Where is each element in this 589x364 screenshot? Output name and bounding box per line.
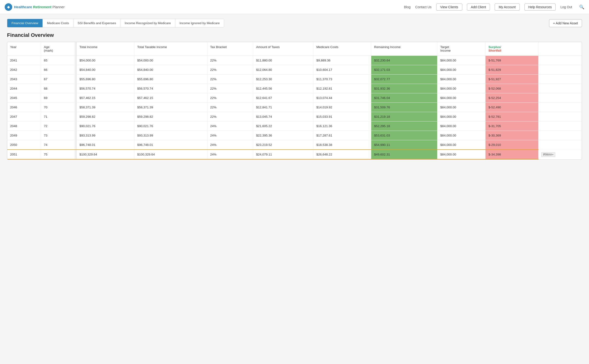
tabs-container: Financial Overview Medicare Costs SSI Be…: [7, 19, 224, 27]
cell-total_income: $54,000.00: [77, 56, 134, 65]
cell-amount_taxes: $21,605.22: [253, 122, 314, 131]
nav-logout[interactable]: Log Out: [560, 5, 572, 9]
table-row: 205074$96,748.01$96,748.0124%$23,219.52$…: [7, 140, 582, 150]
cell-age: 69: [41, 93, 75, 103]
cell-remaining_income: $54,990.11: [371, 140, 437, 150]
cell-target_income: $84,000.00: [437, 56, 485, 65]
cell-note: [538, 122, 582, 131]
cell-total_taxable: $93,313.99: [134, 131, 207, 140]
table-row: 204165$54,000.00$54,000.0022%$11,880.00$…: [7, 56, 582, 65]
irmaa-badge: IRMAA+: [541, 152, 555, 157]
cell-remaining_income: $53,631.03: [371, 131, 437, 140]
cell-age: 73: [41, 131, 75, 140]
cell-sep: [75, 75, 77, 84]
cell-total_income: $56,570.74: [77, 84, 134, 93]
tab-income-recognized[interactable]: Income Recognized by Medicare: [120, 19, 175, 27]
cell-sep: [75, 140, 77, 150]
cell-year: 2047: [7, 112, 41, 122]
cell-age: 66: [41, 65, 75, 75]
cell-total_taxable: $100,329.64: [134, 150, 207, 159]
cell-surplus_shortfall: $-52,068: [485, 84, 538, 93]
cell-tax_bracket: 24%: [207, 140, 253, 150]
cell-total_taxable: $96,748.01: [134, 140, 207, 150]
main-nav: Blog Contact Us View Clients Add Client …: [404, 4, 584, 11]
cell-note: [538, 65, 582, 75]
col-header-total-income: Total Income: [77, 42, 134, 56]
my-account-button[interactable]: My Account: [495, 4, 520, 11]
cell-target_income: $84,000.00: [437, 131, 485, 140]
col-header-tax-bracket: Tax Bracket: [207, 42, 253, 56]
cell-target_income: $84,000.00: [437, 65, 485, 75]
cell-medicare_costs: $14,019.92: [314, 103, 371, 112]
cell-year: 2044: [7, 84, 41, 93]
cell-surplus_shortfall: $-51,927: [485, 75, 538, 84]
logo-planner: Planner: [52, 5, 65, 9]
logo-text: Healthcare Retirement Planner: [14, 5, 65, 9]
table-row: 204872$90,021.76$90,021.7624%$21,605.22$…: [7, 122, 582, 131]
logo-icon: ◆: [5, 3, 12, 11]
cell-note: [538, 140, 582, 150]
table-header-row: Year Age(mark) Total Income Total Taxabl…: [7, 42, 582, 56]
tab-medicare-costs[interactable]: Medicare Costs: [43, 19, 73, 27]
cell-total_income: $54,840.00: [77, 65, 134, 75]
shortfall-label: Shortfall: [488, 49, 501, 52]
cell-tax_bracket: 22%: [207, 75, 253, 84]
cell-target_income: $84,000.00: [437, 103, 485, 112]
cell-age: 70: [41, 103, 75, 112]
cell-total_taxable: $54,840.00: [134, 65, 207, 75]
cell-total_income: $57,462.15: [77, 93, 134, 103]
col-header-age: Age(mark): [41, 42, 75, 56]
cell-surplus_shortfall: $-31,705: [485, 122, 538, 131]
cell-year: 2050: [7, 140, 41, 150]
help-resources-button[interactable]: Help Resources: [524, 4, 556, 11]
cell-amount_taxes: $24,079.11: [253, 150, 314, 159]
col-header-taxable-income: Total Taxable Income: [134, 42, 207, 56]
financial-table-container: Year Age(mark) Total Income Total Taxabl…: [7, 42, 582, 160]
cell-sep: [75, 131, 77, 140]
cell-amount_taxes: $22,395.36: [253, 131, 314, 140]
search-icon[interactable]: 🔍: [579, 5, 584, 10]
cell-total_taxable: $54,000.00: [134, 56, 207, 65]
cell-medicare_costs: $16,121.36: [314, 122, 371, 131]
view-clients-button[interactable]: View Clients: [436, 4, 462, 11]
tab-ssi-benefits[interactable]: SSI Benefits and Expenses: [73, 19, 121, 27]
cell-age: 67: [41, 75, 75, 84]
cell-medicare_costs: $26,648.22: [314, 150, 371, 159]
cell-target_income: $84,000.00: [437, 93, 485, 103]
table-row: 205175$100,329.64$100,329.6424%$24,079.1…: [7, 150, 582, 159]
cell-sep: [75, 103, 77, 112]
cell-note: [538, 93, 582, 103]
cell-amount_taxes: $12,641.67: [253, 93, 314, 103]
col-header-remaining-income: Remaining Income: [371, 42, 437, 56]
cell-sep: [75, 112, 77, 122]
add-new-asset-button[interactable]: + Add New Asset: [549, 19, 582, 27]
cell-target_income: $84,000.00: [437, 140, 485, 150]
cell-note: IRMAA+: [538, 150, 582, 159]
cell-tax_bracket: 24%: [207, 150, 253, 159]
cell-medicare_costs: $12,192.81: [314, 84, 371, 93]
cell-total_taxable: $55,696.80: [134, 75, 207, 84]
table-row: 204670$58,371.39$58,371.3922%$12,841.71$…: [7, 103, 582, 112]
cell-tax_bracket: 22%: [207, 56, 253, 65]
cell-tax_bracket: 22%: [207, 65, 253, 75]
tab-financial-overview[interactable]: Financial Overview: [7, 19, 43, 27]
cell-sep: [75, 93, 77, 103]
tab-income-ignored[interactable]: Income Ignored by Medicare: [175, 19, 224, 27]
cell-total_income: $100,329.64: [77, 150, 134, 159]
table-row: 204569$57,462.15$57,462.1522%$12,641.67$…: [7, 93, 582, 103]
cell-target_income: $84,000.00: [437, 150, 485, 159]
cell-amount_taxes: $13,045.74: [253, 112, 314, 122]
nav-contact[interactable]: Contact Us: [415, 5, 432, 9]
table-row: 204266$54,840.00$54,840.0022%$12,064.80$…: [7, 65, 582, 75]
add-client-button[interactable]: Add Client: [467, 4, 490, 11]
cell-total_income: $90,021.76: [77, 122, 134, 131]
col-header-surplus-shortfall: Surplus/ Shortfall: [485, 42, 538, 56]
cell-target_income: $84,000.00: [437, 112, 485, 122]
nav-blog[interactable]: Blog: [404, 5, 411, 9]
cell-total_taxable: $59,298.82: [134, 112, 207, 122]
cell-total_taxable: $56,570.74: [134, 84, 207, 93]
cell-target_income: $84,000.00: [437, 122, 485, 131]
col-separator: [75, 42, 77, 56]
cell-medicare_costs: $13,074.44: [314, 93, 371, 103]
cell-remaining_income: $52,295.18: [371, 122, 437, 131]
